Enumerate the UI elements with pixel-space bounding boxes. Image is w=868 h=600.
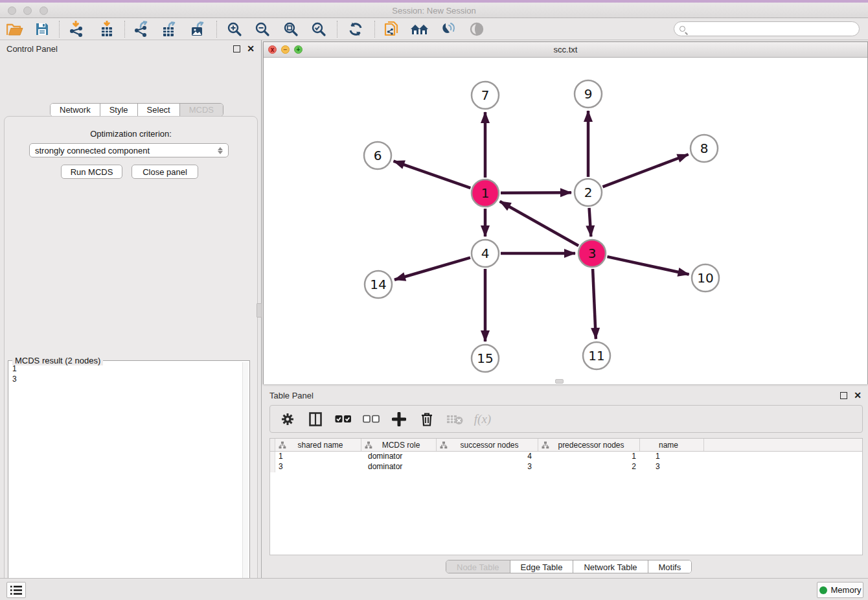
graph-edge-3-1[interactable] — [500, 202, 578, 246]
network-hscroll-handle[interactable] — [555, 379, 564, 384]
run-mcds-button[interactable]: Run MCDS — [61, 165, 122, 179]
gear-icon[interactable] — [279, 411, 296, 428]
mcds-result-scrollbar[interactable] — [242, 362, 248, 600]
cell-predecessor-nodes[interactable]: 1 — [538, 452, 640, 462]
tab-mcds[interactable]: MCDS — [180, 104, 223, 116]
graph-node-8[interactable]: 8 — [691, 135, 718, 162]
cell-mcds-role[interactable]: dominator — [361, 452, 437, 462]
eye-icon[interactable] — [467, 21, 486, 38]
tab-select[interactable]: Select — [138, 104, 180, 116]
graph-edge-4-14[interactable] — [394, 258, 470, 280]
graph-edge-2-8[interactable] — [602, 154, 688, 187]
zoom-fit-icon[interactable] — [281, 21, 301, 38]
graph-edge-3-11[interactable] — [593, 269, 596, 339]
col-header-mcds-role[interactable]: MCDS role — [361, 439, 437, 451]
col-header-name[interactable]: name — [640, 439, 704, 451]
home-icon[interactable] — [410, 21, 429, 38]
import-network-icon[interactable] — [67, 21, 86, 38]
panel-divider-handle[interactable] — [257, 303, 262, 317]
graph-edge-1-6[interactable] — [394, 161, 471, 189]
main-titlebar: Session: New Session — [0, 0, 868, 18]
refresh-layout-icon[interactable] — [346, 21, 365, 38]
toolbar-separator — [216, 21, 217, 38]
deselect-checkboxes-icon[interactable] — [363, 411, 380, 428]
graph-node-14[interactable]: 14 — [365, 271, 392, 298]
network-window-titlebar[interactable]: x − + scc.txt — [264, 42, 867, 58]
cell-successor-nodes[interactable]: 3 — [437, 462, 538, 472]
toolbar-separator — [124, 21, 125, 38]
zoom-selected-icon[interactable] — [309, 21, 328, 38]
graph-edge-3-10[interactable] — [607, 257, 689, 274]
float-panel-icon[interactable] — [233, 45, 240, 52]
open-session-icon[interactable] — [5, 21, 25, 38]
task-history-button[interactable] — [6, 582, 26, 598]
zoom-in-icon[interactable] — [225, 21, 244, 38]
graph-node-1[interactable]: 1 — [472, 179, 499, 207]
graph-node-10[interactable]: 10 — [692, 264, 719, 292]
mcds-result-box: MCDS result (2 nodes) 1 3 — [8, 360, 250, 600]
graph-node-11[interactable]: 11 — [583, 342, 610, 369]
import-table-icon[interactable] — [97, 21, 117, 38]
function-builder-icon[interactable]: f(x) — [474, 411, 491, 428]
table-row[interactable]: 3 dominator 3 2 3 — [270, 462, 862, 472]
close-table-panel-icon[interactable]: ✕ — [854, 392, 862, 399]
row-gutter — [270, 439, 275, 451]
table-row[interactable]: 1 dominator 4 1 1 — [270, 452, 862, 462]
cell-shared-name[interactable]: 3 — [275, 462, 361, 472]
tab-motifs[interactable]: Motifs — [648, 560, 692, 573]
clone-network-icon[interactable] — [382, 21, 401, 38]
optimization-criterion-label: Optimization criterion: — [0, 129, 262, 139]
tab-node-table[interactable]: Node Table — [446, 560, 510, 573]
split-columns-icon[interactable] — [307, 411, 324, 428]
delete-icon[interactable] — [418, 411, 435, 428]
node-table[interactable]: shared name MCDS role successor nodes pr… — [269, 438, 863, 555]
svg-text:14: 14 — [370, 277, 386, 292]
svg-text:4: 4 — [481, 246, 490, 261]
tab-edge-table[interactable]: Edge Table — [510, 560, 574, 573]
export-image-icon[interactable] — [188, 21, 207, 38]
float-table-panel-icon[interactable] — [840, 392, 847, 399]
search-box[interactable] — [674, 21, 860, 36]
control-panel-title: Control Panel — [6, 44, 58, 54]
search-input[interactable] — [685, 23, 859, 35]
memory-button[interactable]: Memory — [817, 582, 863, 598]
graph-node-15[interactable]: 15 — [472, 345, 499, 372]
cell-shared-name[interactable]: 1 — [275, 452, 361, 462]
graph-node-3[interactable]: 3 — [578, 240, 606, 267]
graph-node-4[interactable]: 4 — [472, 240, 499, 267]
graph-node-2[interactable]: 2 — [575, 179, 602, 206]
cell-predecessor-nodes[interactable]: 2 — [538, 462, 640, 472]
tab-style[interactable]: Style — [100, 104, 138, 116]
col-header-shared-name[interactable]: shared name — [275, 439, 361, 451]
memory-status-icon — [819, 586, 827, 594]
add-column-icon[interactable] — [391, 411, 407, 428]
close-panel-icon[interactable]: ✕ — [247, 45, 255, 52]
mcds-result-text[interactable]: 1 3 — [10, 363, 242, 600]
select-all-checkboxes-icon[interactable] — [335, 411, 352, 428]
cell-name[interactable]: 3 — [640, 462, 704, 472]
network-canvas[interactable]: 7968124314101511 — [264, 58, 867, 384]
close-panel-button[interactable]: Close panel — [131, 165, 198, 179]
delete-table-icon[interactable] — [446, 411, 463, 428]
graph-edge-1-2[interactable] — [501, 192, 571, 193]
optimization-criterion-select[interactable]: strongly connected component — [29, 143, 229, 157]
cell-mcds-role[interactable]: dominator — [361, 462, 437, 472]
tab-network[interactable]: Network — [51, 104, 100, 116]
col-header-successor-nodes[interactable]: successor nodes — [437, 439, 538, 451]
col-header-predecessor-nodes[interactable]: predecessor nodes — [538, 439, 640, 451]
tab-network-table[interactable]: Network Table — [573, 560, 648, 573]
svg-text:9: 9 — [584, 86, 593, 102]
graph-edge-2-3[interactable] — [589, 208, 591, 237]
network-graph[interactable]: 7968124314101511 — [264, 58, 867, 384]
graph-node-9[interactable]: 9 — [575, 80, 602, 108]
cell-successor-nodes[interactable]: 4 — [437, 452, 538, 462]
export-network-icon[interactable] — [131, 21, 151, 38]
gesture-icon[interactable] — [438, 21, 457, 38]
graph-node-6[interactable]: 6 — [364, 142, 391, 169]
export-table-icon[interactable] — [159, 21, 179, 38]
cell-name[interactable]: 1 — [640, 452, 704, 462]
toolbar-separator — [337, 21, 337, 38]
save-session-icon[interactable] — [32, 21, 52, 38]
zoom-out-icon[interactable] — [253, 21, 272, 38]
graph-node-7[interactable]: 7 — [472, 82, 499, 109]
